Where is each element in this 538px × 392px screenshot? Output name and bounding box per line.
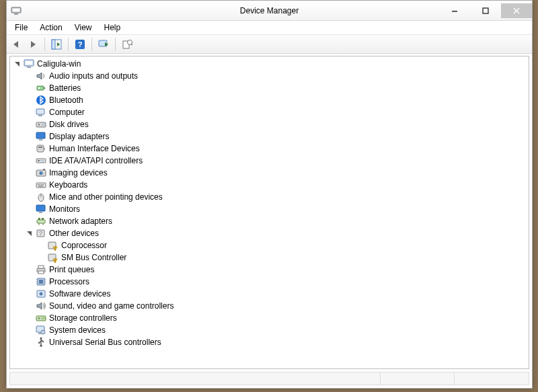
tree-item[interactable]: Disk drives [25,118,529,130]
expander-placeholder [25,108,33,116]
device-tree: Caligula-winAudio inputs and outputsBatt… [10,58,529,348]
tree-item[interactable]: Bluetooth [25,94,529,106]
menu-action[interactable]: Action [34,21,68,34]
menu-view[interactable]: View [69,21,98,34]
tree-item[interactable]: Caligula-win [13,58,529,70]
menu-file[interactable]: File [9,21,34,34]
computer-icon [36,107,46,118]
tree-item-label: IDE ATA/ATAPI controllers [49,156,143,165]
tree-item-label: Audio inputs and outputs [49,71,138,81]
back-button[interactable] [9,37,24,52]
toolbar-separator [44,38,45,51]
tree-item[interactable]: Monitors [25,203,529,215]
tree-item[interactable]: Human Interface Devices [25,143,529,155]
svg-rect-28 [39,139,42,141]
tree-item-label: Storage controllers [49,313,117,323]
tree-item[interactable]: Audio inputs and outputs [25,70,529,82]
tree-item-label: Batteries [49,83,81,93]
expander-placeholder [25,120,33,128]
svg-rect-78 [40,345,42,347]
svg-point-72 [38,317,40,319]
svg-rect-22 [36,109,44,114]
tree-item[interactable]: Software devices [25,288,529,300]
usb-icon [36,337,46,348]
expander-placeholder [25,157,33,165]
tree-item-label: Computer [49,108,85,117]
tree-item-label: Disk drives [49,120,89,129]
tree-item-label: Imaging devices [49,168,108,178]
svg-rect-29 [37,145,44,152]
tree-item[interactable]: ?Other devices [25,227,529,239]
expander-placeholder [25,205,33,213]
scan-hardware-button[interactable] [96,37,111,52]
tree-item[interactable]: Display adapters [25,130,529,143]
expander-placeholder [25,302,33,310]
svg-point-20 [38,87,40,89]
expander-placeholder [25,96,33,104]
tree-item-label: Software devices [49,289,110,299]
network-icon [36,216,46,227]
expander-placeholder [25,278,33,286]
status-cell [10,373,381,385]
monitor-icon [36,204,46,214]
help-button[interactable]: ? [73,37,87,52]
svg-rect-45 [36,205,45,211]
forward-button[interactable] [26,37,40,52]
keyboard-icon [36,180,46,190]
ide-icon [36,155,46,166]
collapse-icon[interactable] [13,60,21,68]
collapse-icon[interactable] [25,229,33,237]
show-hide-tree-button[interactable] [49,37,64,52]
tree-item-label: Display adapters [49,132,109,141]
menu-help[interactable]: Help [98,21,127,34]
svg-rect-33 [40,160,44,161]
svg-rect-46 [39,212,42,213]
tree-item[interactable]: !Coprocessor [37,239,529,251]
properties-button[interactable] [120,37,134,52]
tree-item-label: Human Interface Devices [49,144,140,153]
close-button[interactable] [501,3,532,18]
tree-item[interactable]: Network adapters [25,215,529,227]
tree-item[interactable]: !SM Bus Controller [37,251,529,264]
svg-rect-1 [13,9,20,11]
svg-rect-47 [37,220,45,223]
svg-point-25 [38,124,40,125]
maximize-button[interactable] [470,3,501,18]
tree-item[interactable]: Mice and other pointing devices [25,191,529,203]
software-icon [36,288,46,299]
toolbar-separator [115,38,116,51]
svg-rect-8 [52,40,55,49]
tree-item-label: Processors [49,277,89,286]
expander-placeholder [25,326,33,334]
svg-text:?: ? [39,230,42,237]
expander-placeholder [25,72,33,80]
tree-item[interactable]: Print queues [25,264,529,276]
tree-item[interactable]: Computer [25,106,529,118]
tree-item[interactable]: System devices [25,324,529,336]
tree-item[interactable]: Keyboards [25,179,529,191]
tree-item[interactable]: Universal Serial Bus controllers [25,336,529,348]
toolbar-separator [91,38,92,51]
tree-item[interactable]: Storage controllers [25,312,529,324]
svg-rect-48 [38,218,40,220]
tree-item[interactable]: Batteries [25,82,529,94]
svg-text:?: ? [78,40,83,48]
svg-rect-80 [38,342,40,344]
system-icon [36,325,46,336]
titlebar[interactable]: Device Manager [7,1,532,21]
tree-item[interactable]: Sound, video and game controllers [25,300,529,312]
svg-point-77 [40,338,42,340]
svg-rect-62 [39,280,43,284]
svg-rect-16 [26,61,32,65]
expander-placeholder [25,181,33,189]
device-tree-pane[interactable]: Caligula-winAudio inputs and outputsBatt… [9,56,529,369]
status-cell [381,373,455,385]
svg-rect-32 [38,160,40,161]
tree-item[interactable]: IDE ATA/ATAPI controllers [25,155,529,167]
tree-item-label: Network adapters [49,217,112,226]
tree-item-label: System devices [49,325,106,335]
tree-item[interactable]: Imaging devices [25,167,529,179]
minimize-button[interactable] [439,3,470,18]
tree-item-label: Print queues [49,265,94,274]
tree-item[interactable]: Processors [25,276,529,288]
